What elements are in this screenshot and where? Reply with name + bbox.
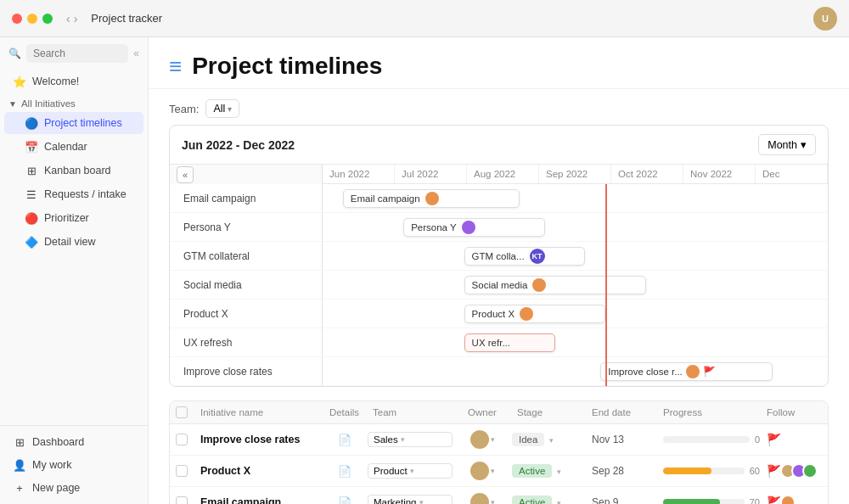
row-check [170, 434, 194, 445]
table-header: Initiative name Details Team Owner Stage… [170, 401, 828, 424]
team-dropdown[interactable]: Product▾ [368, 463, 453, 479]
row-owner: ▾ [453, 462, 512, 480]
team-dropdown[interactable]: Marketing▾ [368, 495, 453, 504]
close-button[interactable] [12, 14, 22, 24]
stage-badge[interactable]: Active [512, 496, 552, 504]
forward-icon[interactable]: › [74, 12, 78, 25]
bar-product-x[interactable]: Product X [464, 305, 606, 323]
row-team: Marketing▾ [368, 495, 453, 504]
row-details[interactable]: 📄 [321, 465, 368, 478]
stage-badge[interactable]: Active [512, 464, 552, 478]
star-icon: ⭐ [13, 75, 26, 88]
row-checkbox[interactable] [176, 496, 188, 504]
sidebar-item-label: Detail view [44, 236, 95, 248]
row-bars-ux: UX refr... [323, 328, 828, 356]
follow-flag-icon[interactable]: 🚩 [767, 464, 781, 478]
timeline-row-productx: Product X Product X [170, 300, 828, 328]
chevron-icon: ▾ [410, 467, 414, 475]
sidebar-section-initiatives[interactable]: ▼ All Initiatives [0, 93, 148, 111]
team-value: Product [374, 466, 408, 476]
progress-value: 70 [750, 497, 760, 504]
search-input[interactable] [26, 44, 128, 63]
row-checkbox[interactable] [176, 465, 188, 477]
collapse-timeline-button[interactable]: « [177, 166, 194, 183]
owner-avatar [470, 462, 489, 480]
row-details[interactable]: 📄 [321, 434, 368, 446]
row-follow: 🚩 [767, 463, 829, 479]
col-header-details: Details [321, 407, 368, 417]
date-range-label: Jun 2022 - Dec 2022 [182, 138, 295, 152]
timeline-section: Jun 2022 - Dec 2022 Month ▾ « Jun 2022 J… [169, 125, 829, 387]
timeline-row-gtm: GTM collateral GTM colla... KT [170, 242, 828, 271]
follow-flag-icon[interactable]: 🚩 [767, 496, 781, 504]
bar-persona-y[interactable]: Persona Y [403, 218, 545, 237]
sidebar-item-calendar[interactable]: 📅 Calendar [4, 136, 143, 158]
sidebar-item-prioritizer[interactable]: 🔴 Prioritizer [4, 207, 143, 229]
row-label-email: Email campaign [170, 184, 323, 212]
row-owner: ▾ [453, 493, 512, 504]
sidebar-item-label: Kanban board [44, 165, 111, 176]
bar-gtm[interactable]: GTM colla... KT [464, 247, 586, 266]
bar-email-campaign[interactable]: Email campaign [343, 189, 520, 208]
team-filter-button[interactable]: All ▾ [205, 99, 239, 118]
row-name: Product X [194, 465, 321, 477]
sidebar-item-mywork[interactable]: 👤 My work [4, 454, 143, 476]
flag-icon: 🚩 [703, 366, 716, 378]
header-checkbox[interactable] [176, 406, 188, 418]
timeline-rows-container: Email campaign Email campaign Persona Y [170, 184, 828, 386]
sidebar-item-label: New page [32, 482, 80, 494]
team-dropdown[interactable]: Sales▾ [368, 432, 453, 447]
main-scroll-area: Team: All ▾ Jun 2022 - Dec 2022 Month ▾ [149, 89, 849, 504]
page-title: Project timelines [192, 53, 382, 80]
sidebar-item-label: My work [32, 459, 72, 471]
chevron-icon: ▾ [401, 435, 405, 444]
row-label-gtm: GTM collateral [170, 242, 323, 270]
doc-icon: 📄 [338, 496, 351, 505]
sidebar-item-welcome[interactable]: ⭐ Welcome! [4, 70, 143, 92]
month-selector-button[interactable]: Month ▾ [758, 134, 816, 155]
follow-flag-icon[interactable]: 🚩 [767, 433, 781, 446]
row-check [170, 465, 194, 477]
col-header-follow: Follow [767, 407, 829, 417]
owner-chevron[interactable]: ▾ [491, 498, 495, 504]
sidebar-item-kanban[interactable]: ⊞ Kanban board [4, 160, 143, 182]
stage-badge[interactable]: Idea [512, 433, 544, 446]
timeline-row-improve: Improve close rates Improve close r... 🚩 [170, 357, 828, 386]
page-header: ≡ Project timelines [149, 37, 849, 89]
row-checkbox[interactable] [176, 434, 188, 445]
progress-value: 60 [750, 466, 760, 476]
gtm-avatar: KT [530, 249, 545, 264]
row-follow: 🚩 [767, 433, 829, 446]
stage-chevron[interactable]: ▾ [549, 436, 554, 445]
row-enddate: Sep 9 [588, 496, 656, 504]
row-label-persona: Persona Y [170, 213, 323, 241]
timeline-row-ux: UX refresh UX refr... [170, 328, 828, 357]
sidebar-item-newpage[interactable]: + New page [4, 477, 143, 499]
bar-ux-refresh[interactable]: UX refr... [464, 333, 555, 352]
stage-chevron[interactable]: ▾ [557, 499, 561, 504]
maximize-button[interactable] [42, 14, 53, 24]
row-label-improve: Improve close rates [170, 357, 323, 385]
back-icon[interactable]: ‹ [66, 12, 70, 25]
all-initiatives-label: All Initiatives [21, 98, 76, 109]
sidebar-item-requests[interactable]: ☰ Requests / intake [4, 183, 143, 205]
month-col-oct: Oct 2022 [611, 165, 683, 183]
sidebar-item-detail-view[interactable]: 🔷 Detail view [4, 231, 143, 253]
bar-social-media[interactable]: Social media [464, 276, 646, 294]
team-filter-value: All [213, 103, 225, 115]
bar-improve-close[interactable]: Improve close r... 🚩 [600, 362, 772, 381]
sidebar-item-dashboard[interactable]: ⊞ Dashboard [4, 431, 143, 453]
stage-chevron[interactable]: ▾ [557, 468, 561, 476]
collapse-icon[interactable]: « [133, 48, 139, 59]
timeline-row-social: Social media Social media [170, 271, 828, 300]
owner-chevron[interactable]: ▾ [491, 467, 495, 475]
minimize-button[interactable] [27, 14, 37, 24]
row-stage: Active ▾ [512, 496, 588, 504]
owner-chevron[interactable]: ▾ [491, 435, 495, 444]
month-col-nov: Nov 2022 [683, 165, 756, 183]
row-bars-improve: Improve close r... 🚩 [323, 357, 828, 385]
welcome-label: Welcome! [32, 76, 79, 87]
row-details[interactable]: 📄 [321, 496, 368, 505]
sidebar-item-project-timelines[interactable]: 🔵 Project timelines [4, 112, 143, 134]
user-avatar[interactable]: U [813, 7, 837, 31]
